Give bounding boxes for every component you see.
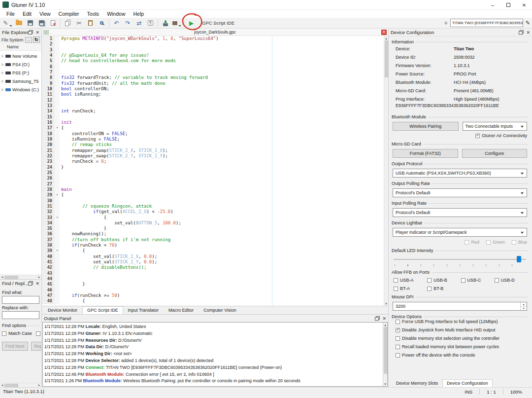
run-button[interactable]: ▶ [186, 18, 197, 28]
fold-marker-icon[interactable]: ▾ [55, 125, 60, 131]
code-line[interactable]: 19 isRunning = FALSE; [42, 137, 384, 142]
float-panel-icon[interactable] [519, 31, 523, 35]
red-checkbox[interactable] [465, 240, 469, 245]
cut-button[interactable]: ✂ [73, 18, 85, 28]
usb-c-checkbox[interactable] [461, 278, 466, 283]
scroll-down-icon[interactable]: ▾ [384, 382, 386, 386]
find-panel-hscrollbar[interactable]: ◂ ▸ [0, 383, 41, 387]
code-line[interactable]: 45 } [42, 282, 384, 287]
code-line[interactable]: 37 //turn off buttons if i'm not running [42, 237, 384, 243]
tree-item[interactable]: >PS4 (O:) [0, 60, 41, 69]
usb-d-checkbox[interactable] [495, 278, 499, 283]
output-protocol-dropdown[interactable]: USB Automatic (PS4,XSX,SWITCH,PS3,XB360) [393, 169, 527, 178]
code-line[interactable]: 40 set_val(STICK_2_X, 0.0); [42, 254, 384, 259]
code-line[interactable]: 27 [42, 181, 384, 187]
code-line[interactable]: 10bool controllerON; [42, 86, 384, 92]
expand-arrow-icon[interactable]: > [1, 71, 5, 75]
code-line[interactable]: 31 // squeeze Ringcon, attack [42, 204, 384, 209]
expand-arrow-icon[interactable]: > [1, 79, 5, 84]
scroll-down-icon[interactable]: ▾ [385, 301, 387, 306]
close-script-button[interactable]: ✕ [47, 18, 59, 28]
output-vscrollbar[interactable]: ▴ ▾ [383, 323, 387, 386]
scroll-up-icon[interactable]: ▴ [384, 323, 386, 327]
code-line[interactable]: 23 runCheck = 0; [42, 159, 384, 164]
code-line[interactable]: 39▾ { [42, 248, 384, 253]
code-line[interactable]: 1#pragma METAINFO("joycon_WDarkSouls", 1… [42, 36, 384, 41]
code-line[interactable]: 22 remapper_swap(STICK_2_Y, STICK_1_Y); [42, 153, 384, 159]
close-panel-icon[interactable]: ✕ [526, 30, 530, 35]
code-line[interactable]: 5// head to controllerbend.com for more … [42, 58, 384, 64]
input-polling-dropdown[interactable]: Protocol's Default [393, 208, 527, 217]
code-line[interactable]: 44 [42, 276, 384, 282]
expand-arrow-icon[interactable]: > [1, 62, 5, 67]
menu-file[interactable]: File [3, 10, 18, 17]
float-panel-icon[interactable] [28, 31, 32, 35]
menu-help[interactable]: Help [130, 10, 147, 17]
device-option-checkbox[interactable] [396, 320, 400, 324]
configure-button[interactable]: Configure [462, 149, 528, 158]
code-line[interactable]: 33▾ { [42, 215, 384, 220]
replace-input[interactable] [2, 311, 39, 319]
lightbar-dropdown[interactable]: Player Indicator or Script/Gamepack [393, 228, 527, 237]
scroll-left-icon[interactable]: ◂ [0, 275, 4, 279]
tree-item[interactable]: >Windows (C:) [0, 85, 41, 94]
code-line[interactable]: 46 [42, 288, 384, 293]
device-option-checkbox[interactable] [396, 336, 400, 341]
menu-edit[interactable]: Edit [19, 10, 35, 17]
file-explorer-hscrollbar[interactable]: ◂ ▸ [0, 275, 41, 279]
save-button[interactable] [25, 18, 36, 28]
code-line[interactable]: 11bool isRunning; [42, 92, 384, 97]
blue-checkbox[interactable] [512, 240, 516, 245]
tab-input-translator[interactable]: Input Translator [123, 306, 164, 314]
open-script-button[interactable] [13, 18, 25, 28]
code-line[interactable]: 34 set_val(BUTTON_5, 100.0); [42, 220, 384, 226]
spin-down-icon[interactable]: ▼ [521, 306, 527, 311]
format-fat32-button[interactable]: Format (FAT32) [393, 149, 458, 158]
code-line[interactable]: 6 [42, 64, 384, 70]
code-line[interactable]: 30 [42, 198, 384, 204]
find-next-button[interactable]: Find Next [2, 342, 28, 351]
minimize-button[interactable]: – [485, 0, 500, 10]
code-line[interactable]: 48 { [42, 298, 384, 304]
code-line[interactable]: 14int runCheck; [42, 109, 384, 114]
build-button[interactable] [171, 18, 182, 28]
name-column-header[interactable]: Name [0, 43, 41, 51]
code-line[interactable]: 35 } [42, 226, 384, 231]
fold-marker-icon[interactable]: ▾ [55, 215, 60, 220]
code-line[interactable]: 38 if(runCheck < 70) [42, 243, 384, 248]
tab-gpc-script-ide[interactable]: GPC Script IDE [82, 306, 123, 314]
bt-b-checkbox[interactable] [427, 287, 432, 291]
fold-marker-icon[interactable]: ▾ [55, 248, 60, 253]
code-line[interactable]: 24} [42, 165, 384, 170]
editor-vscrollbar[interactable]: ▴ ▾ [384, 36, 388, 306]
scroll-thumb[interactable] [4, 384, 18, 387]
scroll-thumb[interactable] [385, 40, 388, 77]
new-script-button[interactable]: ✎ [2, 18, 13, 28]
scroll-thumb[interactable] [4, 276, 18, 279]
slider-handle[interactable] [517, 256, 521, 262]
code-line[interactable]: 18 controllerON = FALSE; [42, 131, 384, 137]
format-button[interactable]: ¶ [145, 18, 156, 28]
close-editor-tab-button[interactable]: ✕ [381, 30, 387, 35]
find-input[interactable] [2, 296, 39, 304]
output-polling-dropdown[interactable]: Protocol's Default [393, 188, 527, 197]
mouse-dpi-spinner[interactable]: 3200 ▲▼ [393, 302, 527, 311]
green-checkbox[interactable] [486, 240, 491, 245]
code-line[interactable]: 47 if(runCheck >= 50) [42, 293, 384, 298]
code-line[interactable]: 20 // remap sticks [42, 142, 384, 147]
scroll-left-icon[interactable]: ◂ [0, 383, 4, 387]
tab-macro-editor[interactable]: Macro Editor [164, 306, 199, 314]
tab-device-monitor[interactable]: Device Monitor [43, 306, 82, 314]
menu-view[interactable]: View [36, 10, 54, 17]
refresh-button[interactable]: ↻ [33, 36, 40, 43]
usb-a-checkbox[interactable] [394, 278, 398, 283]
close-panel-icon[interactable]: ✕ [382, 316, 386, 321]
menu-compiler[interactable]: Compiler [55, 10, 83, 17]
code-line[interactable]: 21 remapper_swap(STICK_2_X, STICK_1_X); [42, 148, 384, 153]
save-all-button[interactable] [36, 18, 47, 28]
install-memory-button[interactable] [160, 18, 171, 28]
code-area[interactable]: 1#pragma METAINFO("joycon_WDarkSouls", 1… [42, 36, 384, 306]
redo-button[interactable]: ↷ [122, 18, 133, 28]
scroll-up-icon[interactable]: ▴ [385, 36, 387, 40]
code-line[interactable]: 26 [42, 176, 384, 181]
